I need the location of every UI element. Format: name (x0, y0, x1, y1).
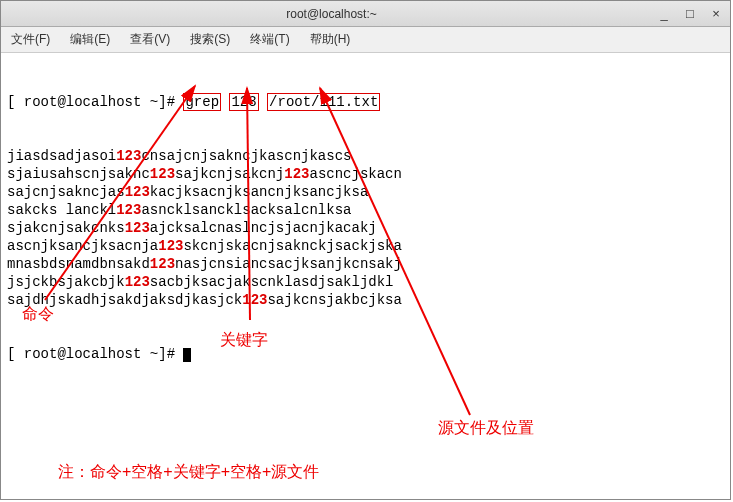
prompt: [ root@localhost ~]# (7, 346, 183, 362)
output-line: jsjckbsjakcbjk123sacbjksacjakscnklasdjsa… (7, 273, 724, 291)
close-button[interactable]: × (708, 6, 724, 21)
terminal-area[interactable]: [ root@localhost ~]# grep 123 /root/111.… (1, 53, 730, 499)
maximize-button[interactable]: □ (682, 6, 698, 21)
filepath-box: /root/111.txt (267, 93, 380, 111)
prompt-line: [ root@localhost ~]# (7, 345, 724, 363)
output-line: ascnjksancjksacnja123skcnjskacnjsaknckjs… (7, 237, 724, 255)
menu-help[interactable]: 帮助(H) (304, 29, 357, 50)
output-line: sakcks lanckl123asncklsancklsacksalcnlks… (7, 201, 724, 219)
window-controls: _ □ × (656, 6, 724, 21)
output-line: sjakcnjsakcnks123ajcksalcnaslncjsjacnjka… (7, 219, 724, 237)
terminal-window: root@localhost:~ _ □ × 文件(F) 编辑(E) 查看(V)… (0, 0, 731, 500)
window-title: root@localhost:~ (7, 7, 656, 21)
menubar: 文件(F) 编辑(E) 查看(V) 搜索(S) 终端(T) 帮助(H) (1, 27, 730, 53)
prompt: [ root@localhost ~]# (7, 94, 183, 110)
minimize-button[interactable]: _ (656, 6, 672, 21)
output-line: sjaiusahscnjsaknc123sajkcnjsakcnj123ascn… (7, 165, 724, 183)
output-line: jiasdsadjasoi123cnsajcnjsakncjkascnjkasc… (7, 147, 724, 165)
output-line: mnasbdsnamdbnsakd123nasjcnsiancsacjksanj… (7, 255, 724, 273)
menu-view[interactable]: 查看(V) (124, 29, 176, 50)
menu-file[interactable]: 文件(F) (5, 29, 56, 50)
output-line: sajcnjsakncjas123kacjksacnjksancnjksancj… (7, 183, 724, 201)
titlebar: root@localhost:~ _ □ × (1, 1, 730, 27)
menu-edit[interactable]: 编辑(E) (64, 29, 116, 50)
grep-command-box: grep (183, 93, 221, 111)
command-line: [ root@localhost ~]# grep 123 /root/111.… (7, 93, 724, 111)
menu-search[interactable]: 搜索(S) (184, 29, 236, 50)
keyword-box: 123 (229, 93, 258, 111)
output-line: sajdhjskadhjsakdjaksdjkasjck123sajkcnsja… (7, 291, 724, 309)
output-lines: jiasdsadjasoi123cnsajcnjsakncjkascnjkasc… (7, 147, 724, 309)
menu-terminal[interactable]: 终端(T) (244, 29, 295, 50)
cursor-icon (183, 348, 191, 362)
